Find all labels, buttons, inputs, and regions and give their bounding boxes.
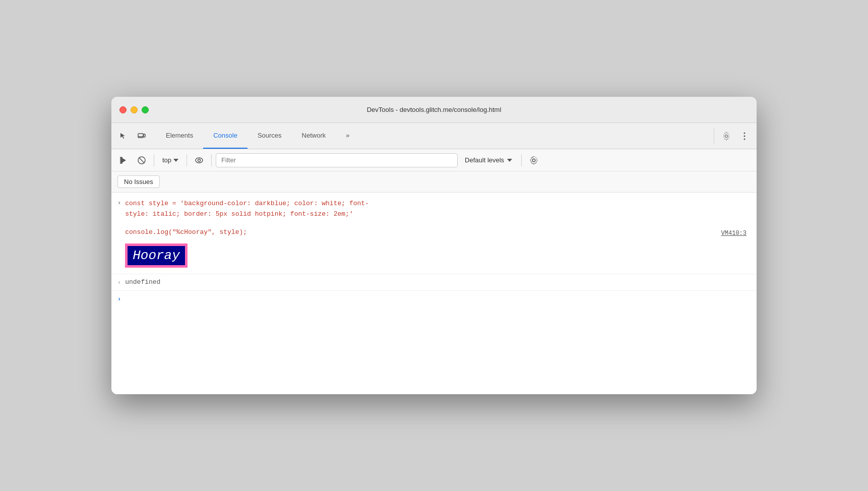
- eye-button[interactable]: [191, 152, 207, 168]
- expand-icon[interactable]: ›: [117, 200, 121, 207]
- default-levels-button[interactable]: Default levels: [460, 154, 517, 166]
- prompt-chevron-icon: ›: [117, 296, 121, 303]
- svg-point-10: [196, 158, 203, 163]
- tab-elements[interactable]: Elements: [156, 123, 203, 149]
- filter-input[interactable]: [216, 153, 458, 167]
- console-prompt-row[interactable]: ›: [111, 291, 757, 308]
- sep-3: [211, 154, 212, 166]
- svg-point-5: [744, 138, 746, 140]
- svg-rect-1: [144, 134, 145, 137]
- no-issues-button[interactable]: No Issues: [117, 175, 160, 188]
- window-title: DevTools - devtools.glitch.me/console/lo…: [367, 106, 502, 113]
- console-settings-button[interactable]: [526, 152, 542, 168]
- title-bar: DevTools - devtools.glitch.me/console/lo…: [111, 97, 757, 123]
- return-icon: ‹: [117, 279, 121, 286]
- inspect-element-button[interactable]: [115, 128, 132, 144]
- sep-1: [154, 154, 154, 166]
- console-output: › const style = 'background-color: darkb…: [111, 193, 757, 394]
- svg-point-11: [198, 159, 201, 161]
- svg-point-3: [744, 132, 746, 134]
- more-options-button[interactable]: [736, 128, 753, 144]
- svg-line-9: [139, 157, 145, 163]
- settings-button[interactable]: [718, 128, 734, 144]
- top-dropdown-button[interactable]: top: [158, 154, 182, 166]
- tabs-right-icons: [714, 128, 753, 144]
- minimize-button[interactable]: [131, 106, 138, 113]
- console-main: › const style = 'background-color: darkb…: [111, 193, 757, 394]
- code-line-3: console.log("%cHooray", style);: [125, 227, 751, 238]
- undefined-text: undefined: [125, 278, 160, 286]
- sep-4: [521, 154, 522, 166]
- device-toolbar-button[interactable]: [134, 128, 150, 144]
- svg-rect-0: [138, 134, 143, 138]
- devtools-panel: Elements Console Sources Network »: [111, 123, 757, 394]
- close-button[interactable]: [119, 106, 127, 113]
- hooray-output: Hooray: [125, 243, 188, 268]
- sep-2: [187, 154, 187, 166]
- traffic-lights: [119, 106, 149, 113]
- console-undefined-row: ‹ undefined: [111, 274, 757, 291]
- clear-console-button[interactable]: [115, 152, 132, 168]
- hooray-styled-text: Hooray: [125, 243, 188, 268]
- tab-more[interactable]: »: [336, 123, 359, 149]
- console-toolbar: top Default levels: [111, 149, 757, 171]
- tab-console[interactable]: Console: [203, 123, 247, 149]
- devtools-window: DevTools - devtools.glitch.me/console/lo…: [111, 97, 757, 394]
- code-line-1: const style = 'background-color: darkblu…: [125, 199, 751, 209]
- tab-sources[interactable]: Sources: [247, 123, 292, 149]
- svg-point-4: [744, 135, 746, 137]
- maximize-button[interactable]: [142, 106, 149, 113]
- tab-network[interactable]: Network: [292, 123, 336, 149]
- vm-link[interactable]: VM410:3: [721, 230, 747, 237]
- tabs-list: Elements Console Sources Network »: [156, 123, 714, 149]
- tabs-bar: Elements Console Sources Network »: [111, 123, 757, 149]
- code-line-2: style: italic; border: 5px solid hotpink…: [125, 209, 751, 220]
- toolbar-icons: [115, 128, 156, 144]
- code-block: const style = 'background-color: darkblu…: [125, 199, 751, 268]
- console-code-row: › const style = 'background-color: darkb…: [111, 193, 757, 274]
- issues-bar: No Issues: [111, 171, 757, 193]
- clear-log-button[interactable]: [134, 152, 150, 168]
